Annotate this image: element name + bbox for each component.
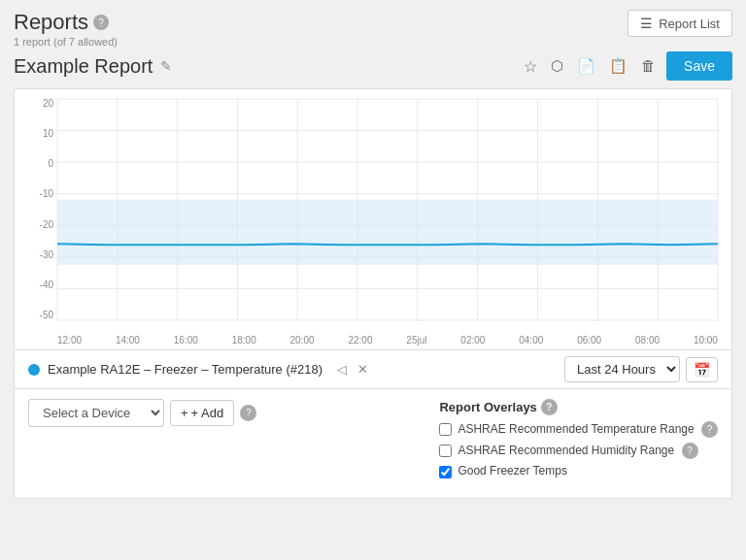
chart-svg [57, 99, 718, 320]
overlay-item-2: ASHRAE Recommended Humidity Range ? [439, 443, 718, 459]
legend-dot [28, 364, 40, 376]
overlay-item-1: ASHRAE Recommended Temperature Range ? [439, 421, 718, 438]
report-list-button[interactable]: ☰ Report List [627, 10, 732, 37]
chart-container: 20 10 0 -10 -20 -30 -40 -50 [14, 88, 732, 350]
x-label-1800: 18:00 [232, 335, 256, 346]
device-select[interactable]: Select a Device [28, 399, 164, 427]
legend-text: Example RA12E – Freezer – Temperature (#… [48, 362, 322, 377]
temperature-line [57, 244, 718, 245]
copy-button[interactable]: 📋 [606, 54, 630, 78]
title-area: Reports ? 1 report (of 7 allowed) [14, 10, 118, 48]
x-label-2000: 20:00 [290, 335, 315, 346]
x-label-1000: 10:00 [694, 335, 718, 346]
share-button[interactable]: ⬡ [548, 54, 566, 78]
page-title: Reports [14, 10, 88, 35]
delete-icon: 🗑 [641, 57, 656, 74]
overlay-checkbox-1[interactable] [439, 423, 452, 436]
report-list-label: Report List [659, 16, 720, 31]
reports-help-icon[interactable]: ? [93, 15, 109, 30]
report-name-text: Example Report [14, 55, 153, 78]
legend-actions: ◁ ✕ [334, 361, 371, 378]
chart-svg-wrapper [57, 99, 718, 320]
x-label-1200: 12:00 [57, 335, 82, 346]
toolbar-icons: ☆ ⬡ 📄 📋 🗑 Save [521, 51, 732, 81]
legend-edit-button[interactable]: ◁ [334, 361, 350, 378]
report-count: 1 report (of 7 allowed) [14, 36, 118, 48]
overlays-title: Report Overlays ? [439, 399, 718, 415]
overlay-label-1[interactable]: ASHRAE Recommended Temperature Range ? [458, 421, 718, 438]
y-label--20: -20 [40, 220, 53, 230]
star-button[interactable]: ☆ [521, 54, 540, 79]
overlay-checkbox-3[interactable] [439, 466, 452, 478]
reports-title: Reports ? [14, 10, 118, 35]
share-icon: ⬡ [551, 57, 563, 74]
add-device-button[interactable]: + + Add [170, 400, 234, 426]
x-label-1400: 14:00 [116, 335, 140, 346]
bottom-section: Select a Device + + Add ? Report Overlay… [14, 389, 732, 499]
overlay-checkbox-2[interactable] [439, 445, 452, 457]
overlay-1-help-icon[interactable]: ? [701, 421, 718, 438]
star-icon: ☆ [524, 58, 537, 75]
overlays-title-text: Report Overlays [439, 400, 536, 414]
save-button[interactable]: Save [666, 51, 732, 81]
page-wrapper: Reports ? 1 report (of 7 allowed) ☰ Repo… [0, 0, 746, 512]
time-range-select[interactable]: Last 24 Hours Last 7 Days Last 30 Days C… [564, 356, 680, 382]
overlay-2-help-icon[interactable]: ? [682, 443, 698, 459]
y-label--50: -50 [40, 311, 53, 320]
y-label--30: -30 [40, 250, 53, 260]
legend-close-button[interactable]: ✕ [355, 361, 371, 378]
y-label-10: 10 [43, 129, 53, 139]
y-label--10: -10 [40, 189, 53, 199]
y-label--40: -40 [40, 280, 53, 290]
copy-icon: 📋 [609, 57, 627, 74]
delete-button[interactable]: 🗑 [638, 54, 659, 78]
temp-range-band [57, 200, 718, 265]
x-axis-labels: 12:00 14:00 16:00 18:00 20:00 22:00 25ju… [57, 335, 718, 346]
x-label-25jul: 25jul [406, 335, 426, 346]
pdf-button[interactable]: 📄 [574, 54, 598, 78]
list-icon: ☰ [640, 16, 653, 31]
y-axis-labels: 20 10 0 -10 -20 -30 -40 -50 [17, 99, 53, 320]
x-label-2200: 22:00 [348, 335, 372, 346]
overlay-label-3[interactable]: Good Freezer Temps [458, 464, 567, 479]
pdf-icon: 📄 [577, 57, 595, 74]
device-help-icon[interactable]: ? [240, 405, 256, 421]
add-label: + Add [191, 406, 224, 420]
calendar-button[interactable]: 📅 [686, 357, 718, 382]
report-name-row: Example Report ✎ ☆ ⬡ 📄 📋 🗑 Save [14, 51, 732, 81]
x-label-1600: 16:00 [174, 335, 198, 346]
x-label-0200: 02:00 [460, 335, 485, 346]
x-label-0800: 08:00 [635, 335, 660, 346]
time-range-controls: Last 24 Hours Last 7 Days Last 30 Days C… [564, 356, 718, 382]
x-label-0600: 06:00 [577, 335, 601, 346]
overlays-area: Report Overlays ? ASHRAE Recommended Tem… [439, 399, 718, 484]
legend-row: Example RA12E – Freezer – Temperature (#… [14, 350, 732, 389]
y-label-20: 20 [43, 99, 53, 109]
overlay-label-2[interactable]: ASHRAE Recommended Humidity Range ? [458, 443, 697, 459]
overlay-item-3: Good Freezer Temps [439, 464, 718, 479]
device-select-area: Select a Device + + Add ? [28, 399, 256, 427]
y-label-0: 0 [48, 159, 53, 169]
overlays-help-icon[interactable]: ? [541, 399, 558, 415]
top-bar: Reports ? 1 report (of 7 allowed) ☰ Repo… [14, 10, 732, 48]
report-name: Example Report ✎ [14, 55, 172, 78]
edit-icon[interactable]: ✎ [160, 58, 172, 74]
x-label-0400: 04:00 [519, 335, 543, 346]
calendar-icon: 📅 [694, 362, 710, 378]
plus-icon: + [181, 406, 188, 420]
